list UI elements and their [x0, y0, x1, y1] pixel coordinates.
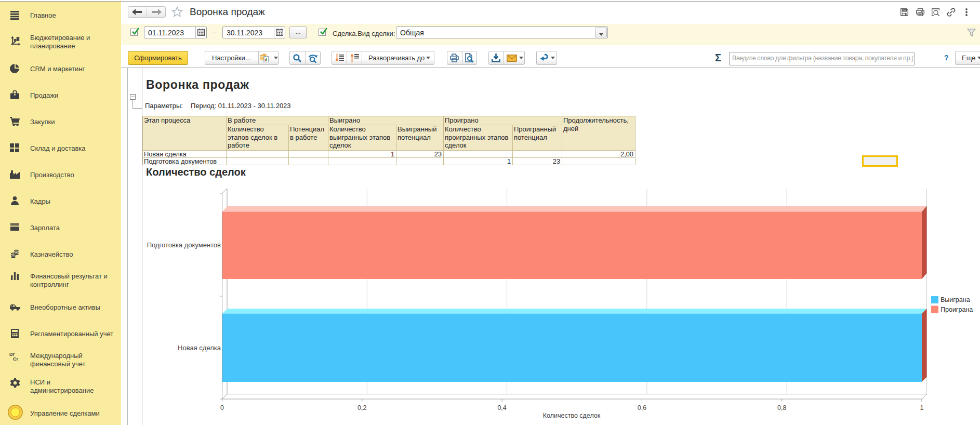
- svg-text:0,4: 0,4: [497, 404, 506, 411]
- svg-text:Количество сделок: Количество сделок: [543, 412, 601, 419]
- svg-text:1: 1: [920, 404, 924, 411]
- svg-text:Проиграна: Проиграна: [941, 306, 973, 313]
- svg-text:Новая сделка: Новая сделка: [178, 344, 221, 352]
- svg-text:0,2: 0,2: [357, 404, 366, 411]
- svg-text:0: 0: [220, 404, 224, 411]
- svg-text:0,8: 0,8: [777, 404, 786, 411]
- svg-text:Подготовка документов: Подготовка документов: [147, 241, 221, 249]
- svg-text:Выиграна: Выиграна: [941, 296, 970, 303]
- svg-text:0,6: 0,6: [638, 404, 646, 411]
